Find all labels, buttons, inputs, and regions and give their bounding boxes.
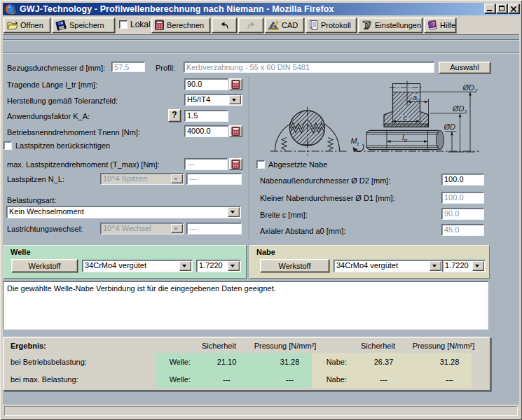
direction-count-field[interactable]: --- [186, 223, 242, 234]
direction-label: Lastrichtungswechsel: [7, 225, 83, 234]
shaft-number-dropdown-arrow[interactable] [228, 261, 240, 271]
toolbar: Öffnen Speichern Lokal Berechnen [3, 15, 519, 35]
hub-outer-diameter-field[interactable]: 100.0 [441, 174, 484, 186]
cad-button-label: CAD [282, 21, 298, 29]
help-button[interactable]: ? Hilfe [424, 18, 456, 33]
length-field[interactable]: 90.0 [184, 78, 228, 90]
open-folder-icon [6, 20, 18, 31]
results-hub-safety-header: Sicherheit [359, 342, 397, 351]
tolerance-select-value: H5/IT4 [187, 95, 210, 104]
length-label: Tragende Länge l_tr [mm]: [7, 80, 97, 90]
calculate-button[interactable]: Berechnen [151, 18, 210, 33]
ref-diameter-label: Bezugsdurchmesser d [mm]: [7, 64, 105, 73]
stepped-hub-checkbox-label: Abgesetzte Nabe [268, 160, 327, 169]
shaft-material-select[interactable]: 34CrMo4 vergütet [82, 260, 193, 272]
direction-dropdown-arrow[interactable] [171, 224, 183, 233]
shaft-hub-technical-drawing: ltr c a0 ØD ØD1 ØD2 Mt [266, 77, 485, 155]
app-factor-field[interactable]: 1.5 [184, 110, 228, 122]
results-shaft-safety-value: --- [207, 375, 246, 384]
results-hub-pressure-value: --- [430, 375, 469, 384]
cad-button[interactable]: CAD [265, 18, 304, 33]
message-text: Die gewählte Welle-Nabe Verbindung ist f… [7, 284, 276, 293]
results-shaft-pressure-value: 31.28 [270, 358, 309, 367]
shaft-material-button[interactable]: Werkstoff [11, 259, 78, 272]
cross-section-view [270, 107, 348, 156]
axial-distance-field[interactable]: 45.0 [441, 224, 484, 236]
protocol-button[interactable]: Protokoll [305, 18, 357, 33]
dim-d-label: ØD [444, 122, 456, 131]
save-button[interactable]: Speichern [52, 18, 115, 33]
shaft-material-dropdown-arrow[interactable] [179, 261, 191, 271]
hub-material-select[interactable]: 34CrMo4 vergütet [334, 260, 443, 272]
protocol-document-icon [308, 20, 319, 31]
length-calc-button[interactable] [229, 78, 242, 90]
app-factor-label: Anwendungsfaktor K_A: [7, 112, 90, 121]
results-shaft-pressure-value: --- [270, 375, 309, 384]
local-checkbox[interactable] [119, 20, 128, 29]
results-shaft-safety-header: Sicherheit [200, 342, 238, 351]
local-checkbox-label: Lokal [130, 20, 151, 29]
shaft-panel-title: Welle [11, 248, 31, 256]
hub-material-number-select[interactable]: 1.7220 [442, 260, 486, 272]
save-button-label: Speichern [69, 21, 104, 29]
maximize-button[interactable] [496, 4, 507, 13]
tolerance-dropdown-arrow[interactable] [229, 95, 241, 104]
open-button-label: Öffnen [20, 21, 43, 29]
profile-field[interactable]: Kerbverzahnung - 55 x 60 DIN 5481 [184, 62, 434, 73]
message-box[interactable]: Die gewählte Welle-Nabe Verbindung ist f… [3, 281, 488, 330]
column-divider [249, 77, 250, 240]
hub-small-diameter-field[interactable]: 100.0 [441, 192, 484, 204]
side-view: ltr c a0 ØD ØD1 ØD2 Mt [351, 81, 480, 153]
redo-button[interactable] [238, 18, 263, 33]
torque-calc-button[interactable] [229, 125, 242, 137]
direction-select-value: 10^4 Wechsel [103, 224, 151, 232]
results-shaft-safety-value: 21.10 [207, 358, 246, 367]
load-peaks-checkbox[interactable] [4, 141, 12, 150]
results-shaft-prefix: Welle: [162, 375, 191, 384]
window-title: GWJ-Technology - Profilwellenberechnung … [20, 4, 334, 14]
tolerance-label: Herstellung gemäß Toleranzfeld: [7, 97, 118, 106]
peaks-select[interactable]: 10^4 Spitzen [100, 173, 184, 185]
tolerance-select[interactable]: H5/IT4 [184, 94, 242, 106]
load-type-dropdown-arrow[interactable] [228, 207, 240, 217]
app-factor-help-button[interactable]: ? [168, 109, 181, 122]
results-hub-prefix: Nabe: [320, 375, 347, 384]
hub-number-dropdown-arrow[interactable] [472, 261, 484, 271]
direction-select[interactable]: 10^4 Wechsel [100, 223, 184, 234]
status-bar [3, 405, 519, 418]
ref-diameter-field[interactable]: 57.5 [111, 62, 145, 72]
title-bar[interactable]: GWJ-Technology - Profilwellenberechnung … [3, 3, 519, 15]
results-shaft-prefix: Welle: [162, 358, 191, 367]
hub-width-field[interactable]: 90.0 [441, 208, 484, 220]
peaks-count-field[interactable]: --- [186, 173, 242, 185]
shaft-material-select-value: 34CrMo4 vergütet [85, 261, 146, 270]
close-button[interactable] [508, 4, 519, 13]
results-shaft-pressure-header: Pressung [N/mm²] [252, 342, 319, 351]
hub-material-button[interactable]: Werkstoff [260, 259, 329, 272]
settings-button[interactable]: Einstellungen [358, 18, 423, 33]
results-row-label: bei Betriebsbelastung: [11, 358, 87, 367]
dim-c-label: c [404, 113, 408, 122]
settings-tools-icon [361, 20, 373, 31]
shaft-material-number-select[interactable]: 1.7220 [196, 260, 241, 272]
torque-field[interactable]: 4000.0 [184, 125, 228, 137]
hub-material-dropdown-arrow[interactable] [430, 261, 441, 271]
max-torque-field[interactable]: --- [184, 158, 228, 170]
results-hub-pressure-value: 31.28 [430, 358, 469, 367]
open-button[interactable]: Öffnen [4, 18, 50, 33]
cad-drafting-icon [268, 20, 280, 31]
peaks-dropdown-arrow[interactable] [171, 174, 183, 183]
undo-button[interactable] [212, 18, 237, 33]
stepped-hub-checkbox[interactable] [256, 160, 265, 169]
firefox-icon [5, 4, 16, 15]
profile-select-button[interactable]: Auswahl [439, 62, 490, 74]
redo-icon [246, 21, 256, 29]
hub-small-diameter-label: Kleiner Nabendurchmesser Ø D1 [mm]: [260, 194, 395, 203]
max-torque-calc-button[interactable] [229, 158, 242, 170]
minimize-icon [487, 10, 492, 11]
load-type-select[interactable]: Kein Wechselmoment [6, 206, 241, 218]
results-row-label: bei max. Belastung: [11, 375, 78, 384]
calculate-button-label: Berechnen [167, 21, 204, 29]
minimize-button[interactable] [484, 4, 495, 13]
load-peaks-checkbox-label: Lastspitzen berücksichtigen [15, 141, 110, 150]
